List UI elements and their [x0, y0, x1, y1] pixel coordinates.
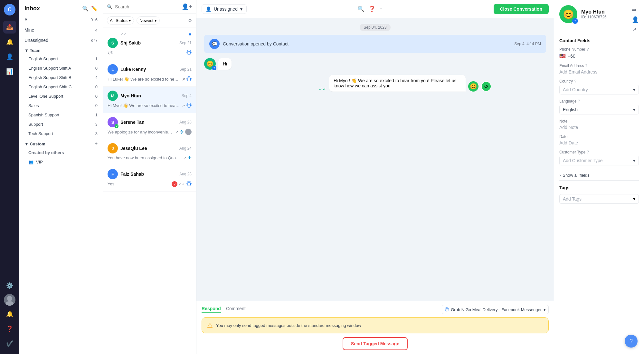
country-help-icon[interactable]: ?: [574, 79, 576, 84]
message-text: Hi Myo ! 👋 We are so excited to hear fro…: [334, 78, 457, 88]
sidebar-item-support[interactable]: Support 3: [19, 120, 103, 129]
conv-preview: Hi Luke! 👋 We are so excited to hear fro…: [108, 76, 192, 83]
person-circle-icon[interactable]: 👤: [632, 16, 639, 23]
sidebar-item-mine[interactable]: Mine 4: [19, 25, 103, 35]
show-all-label: Show all fields: [563, 173, 589, 178]
user-avatar[interactable]: [4, 294, 15, 306]
merge-icon[interactable]: ⑂: [379, 5, 383, 12]
tab-respond[interactable]: Respond: [202, 306, 221, 313]
sidebar-item-level-one-support[interactable]: Level One Support 0: [19, 92, 103, 101]
help-button[interactable]: ?: [625, 335, 638, 348]
share-icon[interactable]: ↗: [632, 26, 639, 33]
chevron-down-icon: ▾: [633, 196, 635, 202]
tags-selector[interactable]: Add Tags ▾: [559, 194, 639, 204]
tab-comment[interactable]: Comment: [226, 306, 246, 313]
help-circle-icon[interactable]: ❓: [368, 5, 375, 13]
conv-preview: Hi Myo! 👋 We are so excited to hear from…: [108, 102, 192, 109]
sidebar-item-tech-support[interactable]: Tech Support 3: [19, 129, 103, 138]
customer-type-help-icon[interactable]: ?: [587, 150, 589, 154]
sidebar-item-all[interactable]: All 916: [19, 15, 103, 25]
nav-item-mentions[interactable]: 🔔: [3, 35, 16, 48]
english-support-label: English Support: [28, 56, 58, 61]
team-section-header[interactable]: ▼ Team: [19, 45, 103, 54]
country-label: Country ?: [559, 79, 639, 84]
sidebar-item-unassigned[interactable]: Unassigned 877: [19, 35, 103, 45]
add-custom-icon[interactable]: +: [95, 141, 98, 147]
filter-icon[interactable]: ⚙: [188, 18, 192, 23]
sidebar-item-sales[interactable]: Sales 0: [19, 101, 103, 110]
nav-item-reports[interactable]: 📊: [3, 65, 16, 78]
right-panel: 😊 f Myo Htun ID: 110678726 ➡ 👤 ↗ Contact…: [554, 0, 644, 354]
conv-sender: S ✓ Serene Tan: [108, 117, 144, 127]
agent-avatar-wrapper: ↺: [481, 81, 491, 92]
email-placeholder[interactable]: Add Email Address: [559, 69, 639, 74]
note-placeholder[interactable]: Add Note: [559, 125, 639, 130]
search-icon[interactable]: 🔍: [357, 5, 365, 13]
sidebar-item-english-support-shift-c[interactable]: English Support Shift C 0: [19, 82, 103, 92]
compose-icon[interactable]: ✏️: [91, 5, 98, 12]
conversation-search: 🔍 👤+: [103, 0, 196, 14]
sidebar-item-english-support[interactable]: English Support 1: [19, 54, 103, 64]
conv-avatar: M: [108, 91, 118, 101]
sidebar-item-spanish-support[interactable]: Spanish Support 1: [19, 110, 103, 120]
custom-section-header[interactable]: ▼ Custom +: [19, 138, 103, 148]
conv-preview-icons: ⓜ: [186, 49, 192, 56]
date-placeholder[interactable]: Add Date: [559, 140, 639, 145]
assignee-label: Unassigned: [214, 6, 238, 12]
sidebar-item-english-support-shift-a[interactable]: English Support Shift A 0: [19, 64, 103, 73]
conv-avatar: L: [108, 64, 118, 74]
chat-container: 👤 Unassigned ▾ 🔍 ❓ ⑂ Close Conversation …: [196, 0, 644, 354]
conversation-item[interactable]: S ✓ Serene Tan Aug 28 We apologize for a…: [103, 113, 196, 139]
language-selector[interactable]: English ▾: [559, 105, 639, 114]
country-selector[interactable]: Add Country ▾: [559, 85, 639, 94]
search-input[interactable]: [115, 4, 179, 9]
arrow-icon: ↗: [175, 130, 178, 134]
send-tagged-message-button[interactable]: Send Tagged Message: [343, 337, 408, 350]
language-help-icon[interactable]: ?: [578, 99, 580, 103]
contact-fields-label: Contact Fields: [559, 38, 639, 43]
add-conversation-icon[interactable]: 👤+: [182, 3, 192, 10]
conversation-item[interactable]: L Luke Kenny Sep 21 Hi Luke! 👋 We are so…: [103, 60, 196, 87]
conversation-item[interactable]: ✓✓ ● S Shj Sakib Sep 21 হাউ ⓜ: [103, 27, 196, 60]
incoming-message: 😊 f Hi: [204, 58, 546, 70]
conversation-item[interactable]: J JessQiu Lee Aug 24 You have now been a…: [103, 139, 196, 165]
resolved-badge: ✓: [115, 124, 118, 128]
nav-item-help[interactable]: ❓: [3, 322, 16, 335]
phone-help-icon[interactable]: ?: [587, 47, 589, 52]
conv-sender-name: Faiz Sahab: [120, 172, 144, 177]
date-label: Sep 04, 2023: [360, 24, 390, 31]
conversation-item-active[interactable]: M Myo Htun Sep 4 Hi Myo! 👋 We are so exc…: [103, 87, 196, 113]
close-conversation-button[interactable]: Close Conversation: [494, 4, 549, 14]
sidebar-item-vip[interactable]: 👥 VIP: [19, 157, 103, 167]
nav-item-check[interactable]: ✔️: [3, 337, 16, 350]
search-icon[interactable]: 🔍: [82, 5, 89, 12]
conv-item-header: S Shj Sakib Sep 21: [108, 38, 192, 48]
sidebar-item-english-support-shift-b[interactable]: English Support Shift B 4: [19, 73, 103, 82]
conversation-item[interactable]: F Faiz Sahab Aug 23 Yes 2 ✓✓ ⓜ: [103, 165, 196, 192]
app-logo[interactable]: C: [4, 4, 15, 15]
conv-preview-icons: ↗ ⓜ: [182, 76, 192, 83]
filter-status-button[interactable]: All Status ▾: [107, 16, 134, 25]
show-all-fields-button[interactable]: › Show all fields: [559, 170, 639, 181]
filter-sort-label: Newest: [139, 18, 153, 23]
search-icon: 🔍: [107, 4, 112, 9]
assignee-selector[interactable]: 👤 Unassigned ▾: [202, 4, 247, 14]
phone-label: Phone Number ?: [559, 47, 639, 52]
channel-name: Grub N Go Meal Delivery - Facebook Messe…: [451, 307, 542, 312]
filter-sort-button[interactable]: Newest ▾: [137, 16, 160, 25]
nav-item-contacts[interactable]: 👤: [3, 50, 16, 63]
outgoing-message: ✓✓ Hi Myo ! 👋 We are so excited to hear …: [204, 75, 546, 92]
nav-item-notifications[interactable]: 🔔: [3, 308, 16, 320]
navigate-icon[interactable]: ➡: [632, 6, 639, 14]
channel-selector[interactable]: ⓜ Grub N Go Meal Delivery - Facebook Mes…: [442, 305, 549, 314]
phone-number: +60: [568, 54, 575, 59]
nav-item-inbox[interactable]: 📥: [3, 21, 16, 34]
customer-type-selector[interactable]: Add Customer Type ▾: [559, 156, 639, 165]
conv-sender: S Shj Sakib: [108, 38, 141, 48]
sidebar: Inbox 🔍 ✏️ All 916 Mine 4 Unassigned 877…: [19, 0, 103, 354]
contact-name: Myo Htun: [581, 9, 607, 15]
nav-item-settings[interactable]: ⚙️: [3, 279, 16, 292]
email-help-icon[interactable]: ?: [585, 64, 588, 68]
english-support-shift-c-count: 0: [95, 84, 98, 89]
contact-info: Myo Htun ID: 110678726: [581, 9, 607, 19]
